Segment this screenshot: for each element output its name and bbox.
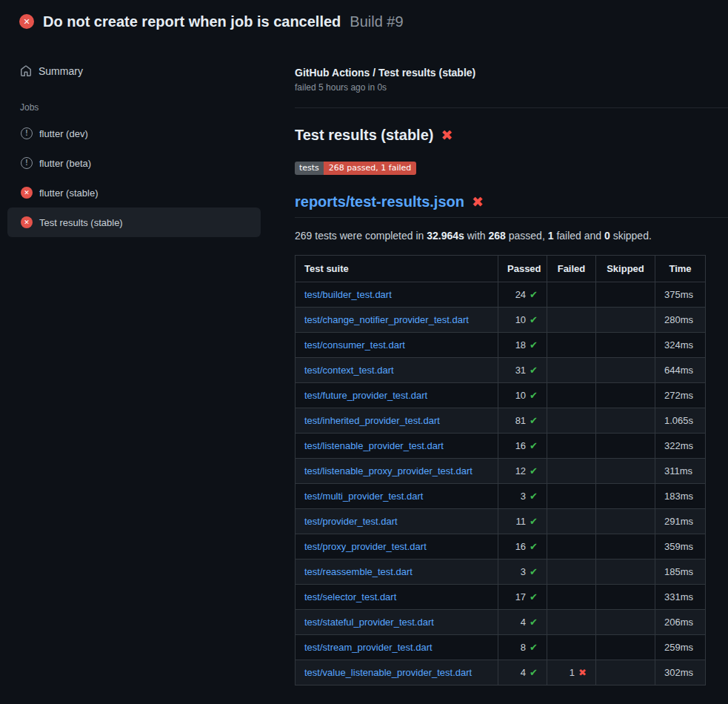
tests-badge: tests 268 passed, 1 failed [295, 162, 416, 175]
failed-cell [547, 333, 596, 358]
suite-link[interactable]: test/stateful_provider_test.dart [304, 617, 434, 628]
skipped-cell [596, 308, 655, 333]
time-cell: 1.065s [655, 408, 706, 434]
suite-link[interactable]: test/future_provider_test.dart [304, 390, 427, 401]
suite-link[interactable]: test/selector_test.dart [304, 591, 396, 602]
suite-link[interactable]: test/inherited_provider_test.dart [304, 415, 440, 426]
check-icon: ✔ [530, 415, 538, 426]
sidebar-job-test-results-stable-[interactable]: ✕Test results (stable) [7, 207, 261, 237]
table-row: test/stateful_provider_test.dart4✔206ms [295, 610, 706, 635]
failed-cell [547, 358, 596, 383]
suite-cell: test/stateful_provider_test.dart [295, 610, 498, 635]
suite-link[interactable]: test/reassemble_test.dart [304, 566, 413, 577]
suite-cell: test/inherited_provider_test.dart [295, 408, 498, 434]
skipped-cell [596, 585, 655, 610]
x-circle-icon: ✕ [21, 216, 33, 228]
count: 3 [521, 566, 526, 577]
skipped-cell [596, 383, 655, 408]
time-cell: 331ms [655, 585, 706, 610]
build-number: Build #9 [350, 13, 403, 30]
check-icon: ✔ [530, 314, 538, 325]
suite-cell: test/proxy_provider_test.dart [295, 534, 498, 559]
summary-line: 269 tests were completed in 32.964s with… [295, 230, 728, 242]
run-status-line: failed 5 hours ago in 0s [295, 82, 728, 93]
skipped-cell [596, 509, 655, 534]
failed-cell [547, 484, 596, 509]
suite-link[interactable]: test/listenable_proxy_provider_test.dart [304, 465, 472, 476]
passed-cell: 17✔ [498, 585, 547, 610]
table-row: test/future_provider_test.dart10✔272ms [295, 383, 706, 408]
time-cell: 183ms [655, 484, 706, 509]
x-circle-icon: ✕ [21, 187, 33, 199]
count: 3 [521, 491, 526, 502]
badge-value: 268 passed, 1 failed [324, 162, 416, 175]
suite-cell: test/consumer_test.dart [295, 333, 498, 358]
failed-cell [547, 585, 596, 610]
summary-label: Summary [39, 65, 83, 77]
report-title: reports/test-results.json ✖ [295, 193, 728, 218]
section-title: Test results (stable) ✖ [295, 127, 728, 144]
time-cell: 359ms [655, 534, 706, 559]
run-header: ✕ Do not create report when job is cance… [0, 0, 728, 43]
check-icon: ✔ [530, 566, 538, 577]
passed-cell: 3✔ [498, 559, 547, 585]
time-cell: 311ms [655, 459, 706, 484]
summary-text: skipped. [610, 230, 652, 242]
suite-link[interactable]: test/multi_provider_test.dart [304, 491, 423, 502]
badge-label: tests [295, 162, 324, 175]
check-icon: ✔ [530, 591, 538, 602]
skipped-cell [596, 358, 655, 383]
sidebar-job-flutter-dev-[interactable]: !flutter (dev) [7, 119, 261, 148]
time-cell: 302ms [655, 660, 706, 685]
count: 24 [515, 289, 526, 300]
skipped-cell [596, 333, 655, 358]
suite-link[interactable]: test/consumer_test.dart [304, 339, 405, 351]
suite-cell: test/provider_test.dart [295, 509, 498, 534]
count: 16 [515, 541, 526, 552]
sidebar-item-summary[interactable]: Summary [7, 59, 261, 83]
column-header-time: Time [655, 256, 706, 282]
suite-cell: test/listenable_provider_test.dart [295, 434, 498, 459]
suite-cell: test/future_provider_test.dart [295, 383, 498, 408]
count: 8 [521, 642, 526, 653]
report-link[interactable]: reports/test-results.json [295, 193, 464, 210]
failed-cell [547, 559, 596, 585]
failed-cell [547, 534, 596, 559]
suite-link[interactable]: test/change_notifier_provider_test.dart [304, 314, 469, 325]
suite-cell: test/selector_test.dart [295, 585, 498, 610]
summary-text: 269 tests were completed in [295, 230, 427, 242]
check-icon: ✔ [530, 667, 538, 678]
failed-cell [547, 459, 596, 484]
count: 12 [515, 465, 526, 476]
check-icon: ✔ [530, 465, 538, 476]
passed-cell: 11✔ [498, 509, 547, 534]
suite-cell: test/value_listenable_provider_test.dart [295, 660, 498, 685]
count: 81 [515, 415, 526, 426]
passed-cell: 31✔ [498, 358, 547, 383]
suite-link[interactable]: test/value_listenable_provider_test.dart [304, 667, 472, 678]
section-title-text: Test results (stable) [295, 127, 433, 144]
suite-link[interactable]: test/context_test.dart [304, 365, 394, 376]
suite-link[interactable]: test/listenable_provider_test.dart [304, 440, 444, 451]
time-cell: 259ms [655, 635, 706, 660]
suite-link[interactable]: test/proxy_provider_test.dart [304, 541, 427, 552]
summary-failed-count: 1 [548, 230, 554, 242]
count: 11 [516, 516, 527, 527]
check-icon: ✔ [530, 440, 538, 451]
sidebar-job-flutter-stable-[interactable]: ✕flutter (stable) [7, 178, 261, 207]
suite-link[interactable]: test/provider_test.dart [304, 516, 398, 527]
summary-passed-count: 268 [489, 230, 506, 242]
home-icon [20, 65, 32, 77]
count: 10 [515, 390, 526, 401]
suite-link[interactable]: test/builder_test.dart [304, 289, 392, 300]
column-header-failed: Failed [547, 256, 596, 282]
failed-cell [547, 408, 596, 434]
skipped-cell [596, 434, 655, 459]
summary-duration: 32.964s [427, 230, 464, 242]
table-row: test/inherited_provider_test.dart81✔1.06… [295, 408, 706, 434]
sidebar-job-flutter-beta-[interactable]: !flutter (beta) [7, 148, 261, 178]
suite-link[interactable]: test/stream_provider_test.dart [304, 642, 433, 653]
passed-cell: 16✔ [498, 534, 547, 559]
check-icon: ✔ [530, 390, 538, 401]
exclamation-circle-icon: ! [21, 127, 33, 139]
